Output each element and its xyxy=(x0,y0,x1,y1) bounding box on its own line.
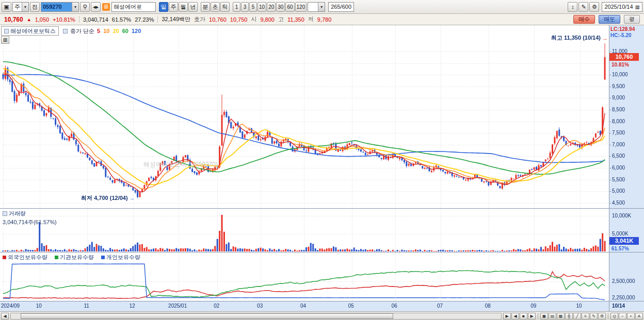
zoom-in-icon[interactable]: + xyxy=(627,313,635,319)
high-annotation-text: 최고 11,350 (10/14) xyxy=(551,34,601,42)
chart-tool-buttons: ▣▤▦╬╱≡✎⚙ xyxy=(540,313,606,319)
search-icon[interactable]: ⚲ xyxy=(80,2,90,12)
xaxis-label: 10 xyxy=(576,303,582,309)
current-price-badge: 10,760 xyxy=(609,53,639,61)
price-axis-label: 5,500 xyxy=(612,177,625,182)
scroll-right-icon[interactable]: ▶ xyxy=(503,313,511,319)
price-axis-label: 5,000 xyxy=(612,188,625,194)
xaxis-label: 03 xyxy=(257,303,263,309)
interval-button-30[interactable]: 30 xyxy=(276,2,285,12)
open-price: 9,800 xyxy=(260,16,275,23)
buy-button[interactable]: 매수 xyxy=(573,15,595,24)
interval-buttons: 13510203060120 xyxy=(233,2,307,12)
fibonacci-icon[interactable]: ≡ xyxy=(582,313,589,319)
ma-period-20: 20 xyxy=(112,28,119,34)
price-axis-label: 8,500 xyxy=(612,107,625,112)
legend-institution-label: 기관보유수량 xyxy=(60,254,94,261)
chart-scrollbar[interactable] xyxy=(10,313,502,319)
draw-icon[interactable]: ✎ xyxy=(578,2,588,12)
low-price: 9,780 xyxy=(317,16,332,23)
tool-gear-icon[interactable]: ⚙ xyxy=(598,313,606,319)
date-input[interactable]: 2025/10/14 ▦ xyxy=(602,2,642,12)
zoom-out-icon[interactable]: − xyxy=(619,313,626,319)
period-button-1[interactable]: 주 xyxy=(169,2,178,12)
price-change-pct: +10.81% xyxy=(53,16,75,23)
magnifier-icon[interactable]: Q xyxy=(610,313,618,319)
xaxis-label: 07 xyxy=(437,303,443,309)
chart-title-text: 해성에어로보틱스 xyxy=(10,27,56,35)
pattern-icon[interactable]: ▤ xyxy=(549,313,556,319)
gear-icon[interactable]: ⚙ xyxy=(589,2,599,12)
legend-individual-label: 개인보유수량 xyxy=(106,254,140,261)
subperiod-button-2[interactable]: 틱 xyxy=(220,2,230,12)
chart-canvas[interactable] xyxy=(0,25,644,311)
subperiod-button-0[interactable]: 분 xyxy=(201,2,210,12)
watermark: 해성에어로보틱스(059270) xyxy=(143,160,218,169)
legend-institution: 기관보유수량 xyxy=(55,254,94,261)
period-button-0[interactable]: 일 xyxy=(159,2,168,12)
step-back-icon[interactable]: ◀ xyxy=(511,313,519,319)
trendline-icon[interactable]: ╱ xyxy=(573,313,581,319)
xaxis-label: 10 xyxy=(36,303,42,309)
quote-bar: 10,760 ▲ 1,050 +10.81% 3,040,714 61.57% … xyxy=(0,14,644,25)
stock-code-input[interactable]: 059270 ▼ xyxy=(41,2,79,12)
swap-axis-icon[interactable]: ↕ xyxy=(568,2,577,12)
divider xyxy=(608,313,608,319)
grid-icon[interactable]: ▦ xyxy=(557,313,565,319)
scrollbar-thumb[interactable] xyxy=(21,313,393,319)
bar-counter[interactable]: 265/600 xyxy=(328,2,354,12)
interval-select[interactable]: ▼ xyxy=(308,2,325,12)
legend-foreign: 외국인보유수량 xyxy=(3,254,47,261)
crosshair-icon[interactable]: ╬ xyxy=(565,313,573,319)
date-value: 2025/10/14 xyxy=(604,4,633,10)
volume-value: 3,040,714 xyxy=(83,16,108,23)
stock-category-badge: 증 xyxy=(102,3,110,11)
low-annotation-text: 최저 4,700 (12/04) xyxy=(81,194,128,202)
auto-scale-icon[interactable]: A xyxy=(635,313,643,319)
subperiod-button-1[interactable]: 초 xyxy=(211,2,220,12)
price-axis-label: 4,500 xyxy=(612,200,625,206)
stop-icon[interactable]: ■ xyxy=(520,313,527,319)
xaxis-label: 05 xyxy=(348,303,354,309)
interval-button-60[interactable]: 60 xyxy=(285,2,294,12)
prev-stock-button[interactable]: 전 xyxy=(30,2,40,12)
chevron-down-icon: ▼ xyxy=(318,3,325,11)
float-rate: 27.23% xyxy=(135,16,154,23)
xaxis-label: 2025/01 xyxy=(168,303,187,309)
trading-chart-window: ▣ 주 ▼ 전 059270 ▼ ⚲ ◂▸ 증 해성에어로 일주월년 분초틱 1… xyxy=(0,0,644,320)
stock-name-input[interactable]: 해성에어로 xyxy=(111,2,156,12)
xaxis-label: 12 xyxy=(130,303,135,309)
prev-next-stock-icon[interactable]: ◂▸ xyxy=(91,2,101,12)
sell-button[interactable]: 매도 xyxy=(599,15,620,24)
volume-detail: 3,040,714주(61.57%) xyxy=(3,218,57,226)
scroll-left-icon[interactable]: ◀ xyxy=(1,313,9,319)
xaxis-label: 09 xyxy=(530,303,536,309)
step-forward-icon[interactable]: ▶ xyxy=(528,313,536,319)
interval-button-5[interactable]: 5 xyxy=(249,2,257,12)
avg-button[interactable]: 평 xyxy=(624,15,640,24)
interval-button-3[interactable]: 3 xyxy=(241,2,249,12)
interval-button-10[interactable]: 10 xyxy=(257,2,266,12)
chart-title[interactable]: 해성에어로보틱스 xyxy=(1,26,59,36)
interval-button-20[interactable]: 20 xyxy=(267,2,276,12)
stock-type-value: 주 xyxy=(14,3,20,11)
price-axis-label: 7,500 xyxy=(612,130,625,136)
divider xyxy=(79,16,79,23)
interval-button-1[interactable]: 1 xyxy=(233,2,240,12)
ma-period-60: 60 xyxy=(122,28,128,34)
period-button-3[interactable]: 년 xyxy=(188,2,198,12)
price-axis-label: 9,000 xyxy=(612,95,625,100)
grid-tool-icon[interactable]: ⊞ xyxy=(1,36,9,44)
calendar-icon: ▦ xyxy=(635,4,640,10)
edit-icon[interactable]: ✎ xyxy=(590,313,598,319)
stock-type-select[interactable]: 주 ▼ xyxy=(12,2,29,12)
volume-badge-pct: 61.57% xyxy=(611,246,629,251)
period-button-2[interactable]: 월 xyxy=(179,2,188,12)
lc-hc-readout: LC:128.94 HC:-5.20 xyxy=(610,26,635,39)
zoom-select-icon[interactable]: ▣ xyxy=(540,313,548,319)
chart-area: 해성에어로보틱스 종가 단순 5102060120 ⊞ LC:128.94 HC… xyxy=(0,25,644,311)
window-menu-icon[interactable]: ▣ xyxy=(2,2,11,12)
period-buttons: 일주월년 xyxy=(159,2,198,12)
price-axis-label: 10,000 xyxy=(612,72,628,77)
interval-button-120[interactable]: 120 xyxy=(295,2,307,12)
